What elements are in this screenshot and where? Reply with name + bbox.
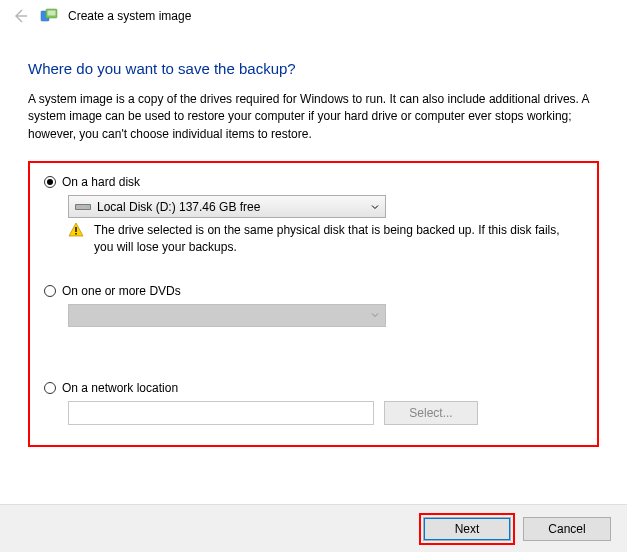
- option-dvds[interactable]: On one or more DVDs: [44, 284, 583, 298]
- option-dvds-label: On one or more DVDs: [62, 284, 181, 298]
- network-path-input[interactable]: [68, 401, 374, 425]
- option-hard-disk-label: On a hard disk: [62, 175, 140, 189]
- radio-network[interactable]: [44, 382, 56, 394]
- selected-drive-text: Local Disk (D:) 137.46 GB free: [97, 200, 260, 214]
- window-title: Create a system image: [68, 9, 191, 23]
- warning-text: The drive selected is on the same physic…: [94, 222, 574, 256]
- page-heading: Where do you want to save the backup?: [28, 60, 599, 77]
- back-arrow-icon: [10, 6, 30, 26]
- svg-rect-6: [75, 227, 76, 232]
- svg-rect-2: [48, 11, 56, 16]
- cancel-button[interactable]: Cancel: [523, 517, 611, 541]
- chevron-down-icon: [371, 308, 379, 322]
- option-network-label: On a network location: [62, 381, 178, 395]
- radio-dvds[interactable]: [44, 285, 56, 297]
- radio-hard-disk[interactable]: [44, 176, 56, 188]
- next-highlight: Next: [419, 513, 515, 545]
- option-network[interactable]: On a network location: [44, 381, 583, 395]
- title-bar: Create a system image: [0, 0, 627, 32]
- option-hard-disk[interactable]: On a hard disk: [44, 175, 583, 189]
- drive-icon: [75, 202, 91, 212]
- content-area: Where do you want to save the backup? A …: [0, 32, 627, 447]
- next-button[interactable]: Next: [423, 517, 511, 541]
- dvd-select: [68, 304, 386, 327]
- warning-row: The drive selected is on the same physic…: [68, 222, 583, 256]
- chevron-down-icon: [371, 200, 379, 214]
- svg-point-5: [87, 206, 89, 208]
- intro-text: A system image is a copy of the drives r…: [28, 91, 599, 143]
- footer-bar: Next Cancel: [0, 504, 627, 552]
- hard-disk-select[interactable]: Local Disk (D:) 137.46 GB free: [68, 195, 386, 218]
- options-highlight-box: On a hard disk Local Disk (D:) 137.46 GB…: [28, 161, 599, 447]
- select-button: Select...: [384, 401, 478, 425]
- svg-rect-7: [75, 233, 76, 235]
- warning-icon: [68, 222, 84, 238]
- system-image-icon: [40, 7, 58, 25]
